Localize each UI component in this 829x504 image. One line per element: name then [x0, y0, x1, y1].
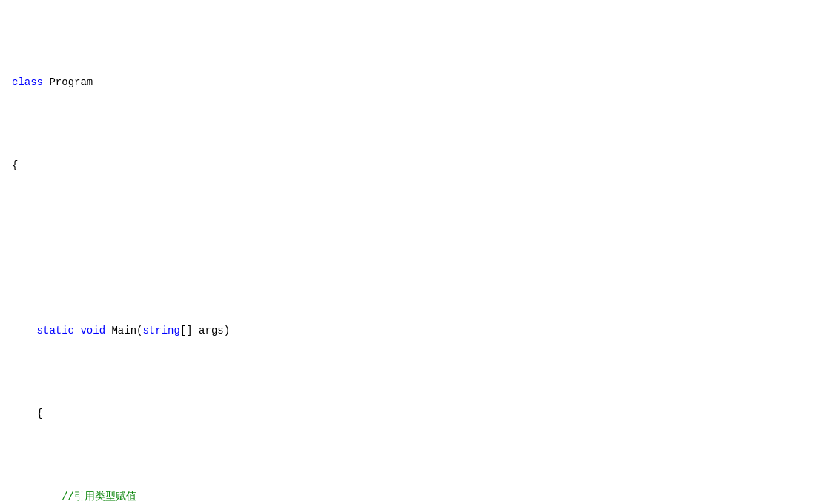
code-content: class Program { static void Main(string[… — [12, 7, 817, 504]
code-line-2: { — [12, 157, 817, 173]
keyword-class: class — [12, 76, 43, 88]
code-line-6: //引用类型赋值 — [12, 488, 817, 504]
comment-reference-type: //引用类型赋值 — [62, 491, 136, 503]
method-main: Main( — [111, 325, 142, 336]
keyword-string: string — [142, 325, 179, 336]
code-editor: class Program { static void Main(string[… — [0, 0, 829, 504]
keyword-static: static — [37, 325, 74, 336]
code-line-4: static void Main(string[] args) — [12, 322, 817, 339]
code-line-3 — [12, 239, 817, 256]
keyword-void: void — [80, 325, 105, 336]
class-name-program: Program — [49, 76, 93, 88]
code-line-5: { — [12, 405, 817, 422]
code-line-1: class Program — [12, 74, 817, 90]
